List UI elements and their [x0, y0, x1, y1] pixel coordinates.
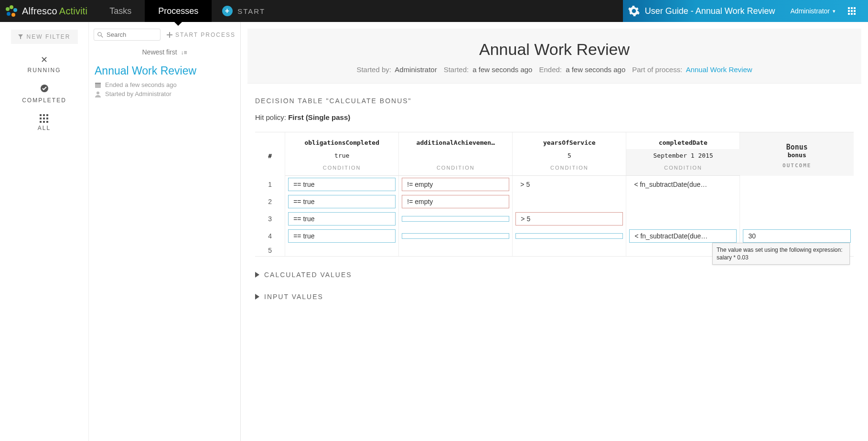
- filter-completed[interactable]: COMPLETED: [22, 84, 66, 104]
- filter-all[interactable]: ALL: [38, 114, 51, 131]
- triangle-right-icon: [255, 294, 259, 300]
- label-started-by: Started by:: [356, 65, 391, 74]
- detail-column: Annual Work Review Started by: Administr…: [241, 22, 868, 441]
- detail-info-row: Started by: Administrator Started: a few…: [259, 65, 850, 74]
- outcome-cell: [740, 193, 854, 210]
- svg-point-0: [10, 5, 13, 9]
- decision-table-title: DECISION TABLE "CALCULATE BONUS": [255, 97, 854, 105]
- decision-table: #obligationsCompletedadditionalAchieveme…: [255, 132, 854, 256]
- list-item[interactable]: Annual Work Review Ended a few seconds a…: [94, 61, 236, 106]
- condition-cell: == true: [285, 210, 399, 227]
- filters-column: NEW FILTER ✕ RUNNING COMPLETED ALL: [0, 22, 89, 441]
- label-started: Started:: [444, 65, 469, 74]
- list-item-title: Annual Work Review: [95, 65, 235, 77]
- search-icon: [97, 32, 103, 38]
- check-circle-icon: [40, 84, 49, 95]
- col-name: completedDate: [626, 132, 740, 149]
- brand-name-alfresco: Alfresco: [22, 6, 57, 17]
- user-name: Administrator: [791, 7, 830, 15]
- calculated-values-toggle[interactable]: CALCULATED VALUES: [255, 271, 854, 279]
- nav-tasks[interactable]: Tasks: [96, 0, 145, 22]
- table-row: 2== true!= empty: [255, 193, 854, 210]
- row-number-header: #: [255, 132, 285, 176]
- input-values-toggle[interactable]: INPUT VALUES: [255, 293, 854, 301]
- new-filter-button[interactable]: NEW FILTER: [11, 30, 78, 44]
- input-values-section: INPUT VALUES: [241, 279, 868, 315]
- condition-cell: [285, 245, 399, 256]
- label-part-of: Part of process:: [632, 65, 682, 74]
- value-started-by: Administrator: [395, 65, 437, 74]
- user-icon: [95, 91, 101, 97]
- filter-icon: [18, 34, 23, 39]
- list-item-started-by: Started by Administrator: [95, 90, 235, 97]
- outcome-cell: [740, 176, 854, 194]
- primary-nav: Tasks Processes: [96, 0, 212, 22]
- condition-cell: > 5: [513, 210, 626, 227]
- list-item-ended: Ended a few seconds ago: [95, 81, 235, 88]
- sort-desc-icon: ↓≡: [181, 49, 187, 56]
- condition-cell: < fn_subtractDate(due…: [626, 227, 740, 245]
- apps-button[interactable]: [842, 7, 861, 15]
- user-menu[interactable]: Administrator ▾: [784, 7, 842, 15]
- condition-cell: [399, 227, 513, 245]
- condition-cell: [626, 210, 740, 227]
- link-part-of-process[interactable]: Annual Work Review: [686, 65, 752, 74]
- hit-policy: Hit policy: First (Single pass): [255, 113, 854, 121]
- condition-cell: == true: [285, 176, 399, 194]
- col-value: [399, 149, 513, 162]
- alfresco-logo-icon: [5, 4, 18, 18]
- nav-start-button[interactable]: + START: [212, 0, 276, 22]
- context-bar: User Guide - Annual Work Review Administ…: [623, 0, 868, 22]
- sort-label: Newest first: [142, 48, 177, 56]
- condition-cell: == true: [285, 193, 399, 210]
- gear-icon: [628, 5, 640, 17]
- chevron-down-icon: ▾: [833, 8, 836, 14]
- search-input[interactable]: [94, 29, 161, 41]
- condition-cell: != empty: [399, 176, 513, 194]
- value-started: a few seconds ago: [472, 65, 532, 74]
- table-row: 4== true< fn_subtractDate(due…30: [255, 227, 854, 245]
- svg-point-4: [6, 7, 10, 11]
- value-ended: a few seconds ago: [566, 65, 625, 74]
- svg-point-6: [98, 32, 102, 36]
- grid-icon: [40, 114, 48, 123]
- svg-rect-9: [95, 83, 101, 84]
- condition-cell: < fn_subtractDate(due…: [626, 176, 740, 194]
- sort-toggle[interactable]: Newest first ↓≡: [94, 41, 236, 61]
- outcome-tooltip: The value was set using the following ex…: [712, 243, 850, 265]
- col-name: obligationsCompleted: [285, 132, 399, 149]
- svg-point-10: [96, 91, 99, 94]
- col-value: September 1 2015: [626, 149, 740, 162]
- table-row: 3== true> 5: [255, 210, 854, 227]
- filter-completed-label: COMPLETED: [22, 97, 66, 104]
- filter-running[interactable]: ✕ RUNNING: [28, 54, 61, 74]
- brand-name-activiti: Activiti: [59, 6, 87, 17]
- table-row: 1== true!= empty> 5< fn_subtractDate(due…: [255, 176, 854, 194]
- condition-cell: [513, 245, 626, 256]
- row-index: 3: [255, 210, 285, 227]
- plus-icon: +: [222, 6, 233, 16]
- svg-point-2: [11, 13, 15, 17]
- col-value: true: [285, 149, 399, 162]
- condition-cell: [399, 245, 513, 256]
- outcome-cell: [740, 210, 854, 227]
- col-name: additionalAchievemen…: [399, 132, 513, 149]
- row-index: 4: [255, 227, 285, 245]
- svg-point-3: [7, 12, 11, 16]
- col-sub: CONDITION: [626, 162, 740, 176]
- label-ended: Ended:: [539, 65, 562, 74]
- svg-point-1: [13, 8, 17, 12]
- condition-cell: [513, 227, 626, 245]
- list-toolbar: START PROCESS: [94, 29, 236, 41]
- filter-running-label: RUNNING: [28, 67, 61, 74]
- row-index: 1: [255, 176, 285, 194]
- process-list-column: START PROCESS Newest first ↓≡ Annual Wor…: [89, 22, 241, 441]
- nav-start-label: START: [237, 7, 265, 15]
- col-sub: CONDITION: [399, 162, 513, 176]
- nav-processes[interactable]: Processes: [145, 0, 212, 22]
- condition-cell: != empty: [399, 193, 513, 210]
- detail-header: Annual Work Review Started by: Administr…: [247, 29, 861, 84]
- row-index: 2: [255, 193, 285, 210]
- shuffle-icon: ✕: [41, 54, 48, 65]
- start-process-button[interactable]: START PROCESS: [167, 32, 236, 38]
